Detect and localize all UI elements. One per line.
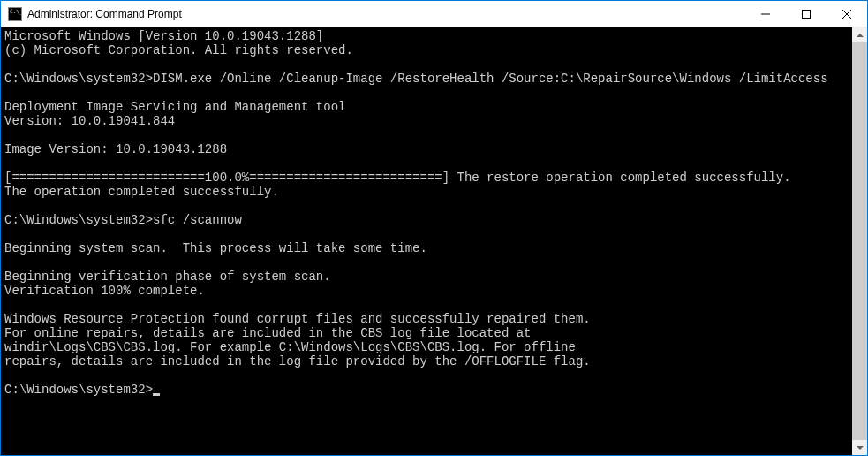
cursor (153, 393, 160, 396)
maximize-icon (802, 10, 811, 19)
minimize-button[interactable] (745, 1, 786, 27)
terminal-line (4, 298, 852, 312)
terminal-line (4, 86, 852, 100)
terminal-line (4, 57, 852, 72)
chevron-down-icon (857, 446, 864, 450)
vertical-scrollbar[interactable] (852, 27, 867, 455)
terminal-line: C:\Windows\system32>DISM.exe /Online /Cl… (4, 72, 852, 86)
terminal-line (4, 369, 852, 383)
close-button[interactable] (826, 1, 867, 27)
scroll-up-button[interactable] (852, 27, 867, 42)
svg-rect-1 (803, 10, 811, 18)
close-icon (842, 10, 851, 19)
terminal-line: Verification 100% complete. (4, 284, 852, 298)
terminal-line: Microsoft Windows [Version 10.0.19043.12… (4, 29, 852, 43)
minimize-icon (761, 10, 770, 19)
terminal-line: Version: 10.0.19041.844 (4, 114, 852, 128)
terminal-line (4, 156, 852, 171)
svg-marker-5 (857, 446, 864, 450)
chevron-up-icon (857, 34, 864, 37)
terminal-line: Beginning verification phase of system s… (4, 270, 852, 284)
terminal-line (4, 199, 852, 213)
terminal-line: Deployment Image Servicing and Managemen… (4, 100, 852, 114)
command-prompt-window: Administrator: Command Prompt Microsoft … (0, 0, 868, 456)
scroll-down-button[interactable] (852, 440, 867, 455)
terminal-line: windir\Logs\CBS\CBS.log. For example C:\… (4, 340, 852, 354)
terminal-line (4, 255, 852, 270)
terminal-line (4, 227, 852, 241)
scrollbar-thumb[interactable] (852, 42, 867, 440)
maximize-button[interactable] (786, 1, 826, 27)
terminal-line: Beginning system scan. This process will… (4, 241, 852, 255)
terminal-line: C:\Windows\system32> (4, 383, 852, 397)
terminal-line: For online repairs, details are included… (4, 326, 852, 340)
terminal-line: (c) Microsoft Corporation. All rights re… (4, 43, 852, 57)
terminal-line: repairs, details are included in the log… (4, 354, 852, 369)
terminal-line: Image Version: 10.0.19043.1288 (4, 142, 852, 156)
cmd-icon (8, 7, 22, 21)
terminal-line: [==========================100.0%=======… (4, 171, 852, 185)
terminal-output[interactable]: Microsoft Windows [Version 10.0.19043.12… (1, 27, 852, 455)
terminal-line: The operation completed successfully. (4, 185, 852, 199)
terminal-line: Windows Resource Protection found corrup… (4, 312, 852, 326)
titlebar[interactable]: Administrator: Command Prompt (1, 1, 867, 27)
terminal-line (4, 128, 852, 142)
scrollbar-track[interactable] (852, 42, 867, 440)
svg-marker-4 (857, 34, 864, 37)
terminal-area: Microsoft Windows [Version 10.0.19043.12… (1, 27, 867, 455)
terminal-line: C:\Windows\system32>sfc /scannow (4, 213, 852, 227)
window-controls (745, 1, 867, 27)
window-title: Administrator: Command Prompt (27, 8, 745, 20)
